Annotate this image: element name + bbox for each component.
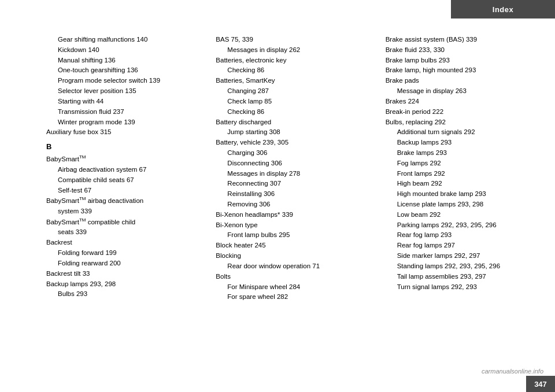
index-entry: Batteries, SmartKey [216,76,373,86]
index-entry: Battery discharged [216,117,373,128]
index-entry: Break-in period 222 [386,107,543,117]
content-area: Gear shifting malfunctions 140Kickdown 1… [46,35,543,369]
index-entry: Self-test 67 [46,186,204,196]
index-entry: Parking lamps 292, 293, 295, 296 [386,220,543,231]
index-entry: Front lamps 292 [386,169,543,179]
index-entry: Front lamp bulbs 295 [216,230,373,241]
index-label: Index [493,5,513,14]
index-entry: B [46,141,204,153]
index-entry: Bulbs, replacing 292 [386,117,543,128]
index-entry: Brakes 224 [386,97,543,107]
index-entry: Folding forward 199 [46,248,204,258]
index-entry: License plate lamps 293, 298 [386,199,543,210]
index-entry: Program mode selector switch 139 [46,76,204,86]
index-entry: Batteries, electronic key [216,56,373,66]
index-entry: Brake fluid 233, 330 [386,45,543,56]
index-entry: Messages in display 262 [216,45,373,56]
index-header: Index [451,0,555,19]
index-entry: Additional turn signals 292 [386,127,543,138]
index-entry: Rear door window operation 71 [216,261,373,272]
index-entry: High beam 292 [386,179,543,189]
index-entry: Rear fog lamp 293 [386,230,543,241]
index-entry: system 339 [46,206,204,217]
index-entry: Blocking [216,251,373,261]
index-entry: Selector lever position 135 [46,86,204,97]
index-entry: Rear fog lamps 297 [386,241,543,251]
index-entry: Bi-Xenon headlamps* 339 [216,210,373,220]
index-entry: Standing lamps 292, 293, 295, 296 [386,261,543,272]
index-entry: Checking 86 [216,65,373,76]
index-entry: Reinstalling 306 [216,189,373,199]
column-1: Gear shifting malfunctions 140Kickdown 1… [46,35,216,369]
index-entry: Airbag deactivation system 67 [46,165,204,175]
index-entry: Disconnecting 306 [216,158,373,169]
index-entry: Starting with 44 [46,97,204,107]
page-number-box: 347 [526,376,555,392]
index-entry: Tail lamp assemblies 293, 297 [386,272,543,282]
index-entry: Kickdown 140 [46,45,204,56]
index-entry: Reconnecting 307 [216,179,373,189]
index-entry: Side marker lamps 292, 297 [386,251,543,261]
index-entry: BabySmartTM compatible child [46,217,204,228]
index-entry: BabySmartTM [46,154,204,165]
index-entry: Battery, vehicle 239, 305 [216,138,373,148]
index-entry: Brake lamp bulbs 293 [386,56,543,66]
index-entry: Backrest [46,238,204,248]
index-entry: Bolts [216,272,373,282]
index-entry: One-touch gearshifting 136 [46,65,204,76]
index-entry: Compatible child seats 67 [46,175,204,186]
index-entry: Low beam 292 [386,210,543,220]
index-entry: Jump starting 308 [216,127,373,138]
column-2: BAS 75, 339Messages in display 262Batter… [216,35,385,369]
index-entry: Check lamp 85 [216,97,373,107]
index-entry: Removing 306 [216,199,373,210]
index-entry: Block heater 245 [216,241,373,251]
page-container: Index Gear shifting malfunctions 140Kick… [0,0,555,392]
index-entry: For Minispare wheel 284 [216,282,373,293]
index-entry: Brake assist system (BAS) 339 [386,35,543,45]
column-3: Brake assist system (BAS) 339Brake fluid… [386,35,543,369]
index-entry: Auxiliary fuse box 315 [46,127,204,138]
index-entry: Backrest tilt 33 [46,269,204,279]
index-entry: For spare wheel 282 [216,292,373,302]
watermark: carmanualsonline.info [482,368,543,375]
index-entry: Checking 86 [216,107,373,117]
index-entry: Winter program mode 139 [46,117,204,128]
index-entry: Folding rearward 200 [46,258,204,269]
page-number-text: 347 [534,380,547,389]
index-entry: Brake lamp, high mounted 293 [386,65,543,76]
index-entry: Manual shifting 136 [46,56,204,66]
index-entry: BabySmartTM airbag deactivation [46,195,204,206]
index-entry: Fog lamps 292 [386,158,543,169]
index-entry: Message in display 263 [386,86,543,97]
index-entry: Brake pads [386,76,543,86]
index-entry: BAS 75, 339 [216,35,373,45]
index-entry: Charging 306 [216,148,373,158]
index-entry: Bi-Xenon type [216,220,373,231]
index-entry: Changing 287 [216,86,373,97]
index-entry: Backup lamps 293, 298 [46,279,204,290]
index-entry: Transmission fluid 237 [46,107,204,117]
index-entry: Bulbs 293 [46,289,204,299]
index-entry: Messages in display 278 [216,169,373,179]
index-entry: seats 339 [46,227,204,238]
index-entry: Backup lamps 293 [386,138,543,148]
index-entry: Turn signal lamps 292, 293 [386,282,543,293]
index-entry: Gear shifting malfunctions 140 [46,35,204,45]
index-entry: High mounted brake lamp 293 [386,189,543,199]
index-entry: Brake lamps 293 [386,148,543,158]
